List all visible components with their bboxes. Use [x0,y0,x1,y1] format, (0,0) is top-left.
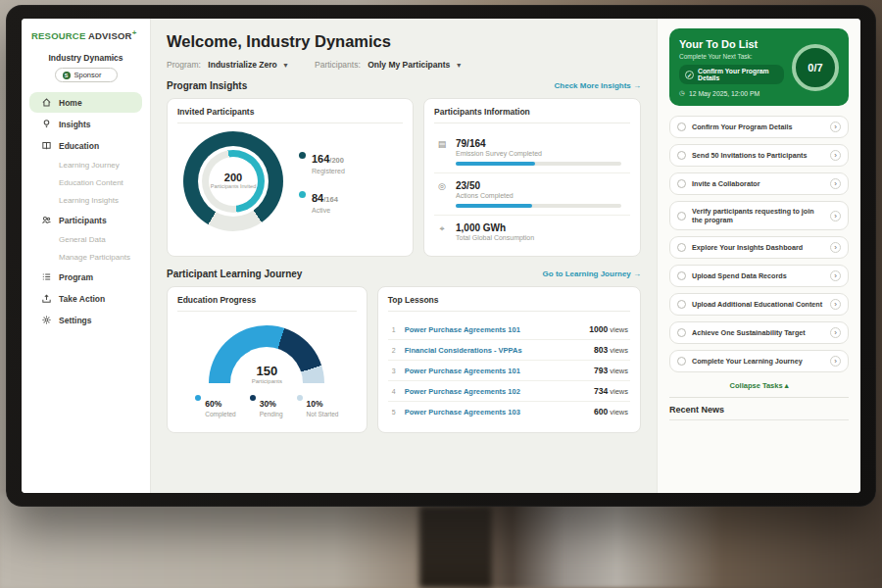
info-row: ▤ 79/164 Emission Survey Completed [434,131,630,173]
todo-summary-card: Your To Do List Complete Your Next Task:… [669,28,849,106]
lesson-rank: 1 [390,326,398,333]
task-checkbox[interactable] [677,212,686,220]
task-label: Complete Your Learning Journey [692,357,824,366]
legend-label: Not Started [307,411,339,417]
chevron-right-icon[interactable]: › [830,122,841,132]
task-label: Upload Spend Data Records [692,271,824,280]
task-checkbox[interactable] [677,179,686,188]
task-checkbox[interactable] [677,328,686,337]
lesson-link[interactable]: Power Purchase Agreements 101 [405,367,587,375]
task-label: Explore Your Insights Dashboard [692,243,824,252]
lesson-rank: 3 [390,368,398,374]
task-item[interactable]: Verify participants requesting to join t… [669,201,849,230]
program-list-icon [41,271,52,282]
program-filter-value[interactable]: Industrialize Zero [208,60,276,70]
legend-item: 164/200 Registered [299,149,345,174]
legend-label: Completed [205,411,235,417]
legend-label: Active [312,207,338,214]
sidebar-item-label: Education Content [59,178,123,187]
lesson-row: 1 Power Purchase Agreements 101 1000 vie… [388,319,630,340]
task-item[interactable]: Confirm Your Program Details › [669,116,849,138]
lesson-link[interactable]: Power Purchase Agreements 101 [405,325,582,334]
sidebar-item-label: Settings [59,316,92,325]
sidebar-item-education[interactable]: Education [29,135,142,156]
task-item[interactable]: Explore Your Insights Dashboard › [669,236,849,259]
lesson-link[interactable]: Power Purchase Agreements 102 [405,387,587,396]
logo-plus: + [132,28,137,37]
sidebar-item-label: Program [59,272,93,282]
section-title: Program Insights [167,80,247,91]
lesson-rank: 4 [390,388,398,395]
monitor-stand [419,506,492,588]
chevron-right-icon[interactable]: › [830,356,841,367]
sidebar-item-take-action[interactable]: Take Action [29,288,142,309]
participants-filter-value[interactable]: Only My Participants [368,60,450,70]
task-item[interactable]: Complete Your Learning Journey › [669,350,849,372]
donut-center-label: Participants Invited [211,183,256,190]
task-item[interactable]: Upload Additional Educational Content › [669,293,849,316]
go-to-learning-journey-link[interactable]: Go to Learning Journey → [543,270,641,278]
task-checkbox[interactable] [677,300,686,309]
lesson-views: 1000 [589,324,608,334]
collapse-tasks-button[interactable]: Collapse Tasks ▴ [669,378,849,397]
legend-dot [250,395,256,401]
chevron-right-icon[interactable]: › [830,211,841,221]
donut-center-value: 200 [224,172,242,183]
todo-subtitle: Complete Your Next Task: [679,53,784,60]
chevron-right-icon[interactable]: › [830,299,841,310]
app-logo: RESOURCE ADVISOR+ [22,28,150,49]
check-icon: ✓ [685,71,694,79]
chevron-right-icon[interactable]: › [830,178,841,189]
sidebar-item-participants[interactable]: Participants [29,210,142,230]
card-title: Education Progress [177,295,357,312]
chevron-right-icon[interactable]: › [830,242,841,253]
check-more-insights-link[interactable]: Check More Insights → [555,81,641,90]
progress-bar-fill [456,204,532,208]
clock-icon: ◷ [679,89,685,97]
task-checkbox[interactable] [677,151,686,160]
todo-progress-ring: 0/7 [792,44,839,91]
sponsor-label: Sponsor [74,71,102,79]
sidebar-item-learning-journey[interactable]: Learning Journey [29,157,142,173]
education-progress-card: Education Progress 150 Participants [167,286,368,433]
lesson-link[interactable]: Power Purchase Agreements 103 [405,408,587,416]
take-action-icon [41,293,52,304]
task-item[interactable]: Send 50 Invitations to Participants › [669,144,849,167]
sidebar-item-education-content[interactable]: Education Content [29,174,142,191]
sidebar-item-manage-participants[interactable]: Manage Participants [29,249,142,266]
sidebar-item-home[interactable]: Home [29,92,142,113]
lesson-row: 2 Financial Considerations - VPPAs 803 v… [388,340,630,361]
task-item[interactable]: Achieve One Sustainability Target › [669,321,849,344]
sidebar-item-program[interactable]: Program [29,267,142,287]
chevron-right-icon[interactable]: › [830,270,841,281]
task-item[interactable]: Invite a Collaborator › [669,172,849,195]
next-task-pill[interactable]: ✓ Confirm Your Program Details [679,65,784,84]
info-row: ◎ 23/50 Actions Completed [434,173,630,216]
due-date-label: 12 May 2025, 12:00 PM [689,90,760,97]
survey-icon: ▤ [436,139,448,149]
program-filter[interactable]: Program: Industrialize Zero ▼ [167,60,289,70]
sidebar-item-general-data[interactable]: General Data [29,231,142,248]
sidebar-item-label: Education [59,141,99,151]
location-pin-icon: ⌖ [436,223,448,234]
sponsor-badge[interactable]: S Sponsor [55,68,118,82]
task-checkbox[interactable] [677,271,686,280]
lesson-rank: 2 [390,347,398,354]
task-item[interactable]: Upload Spend Data Records › [669,265,849,287]
sidebar-item-learning-insights[interactable]: Learning Insights [29,192,142,209]
task-checkbox[interactable] [677,243,686,252]
info-value: 1,000 GWh [456,222,628,233]
sidebar-item-insights[interactable]: Insights [29,114,142,134]
participants-filter[interactable]: Participants: Only My Participants ▼ [315,60,463,70]
legend-total: /164 [323,195,338,204]
task-checkbox[interactable] [677,357,686,366]
lesson-row: 3 Power Purchase Agreements 101 793 view… [388,361,630,381]
sidebar-item-settings[interactable]: Settings [29,310,142,330]
chevron-right-icon[interactable]: › [830,150,841,161]
task-checkbox[interactable] [677,122,686,131]
education-book-icon [41,140,52,151]
task-label: Send 50 Invitations to Participants [692,151,824,160]
chevron-right-icon[interactable]: › [830,327,841,338]
task-label: Verify participants requesting to join t… [692,207,824,224]
lesson-link[interactable]: Financial Considerations - VPPAs [405,346,587,355]
